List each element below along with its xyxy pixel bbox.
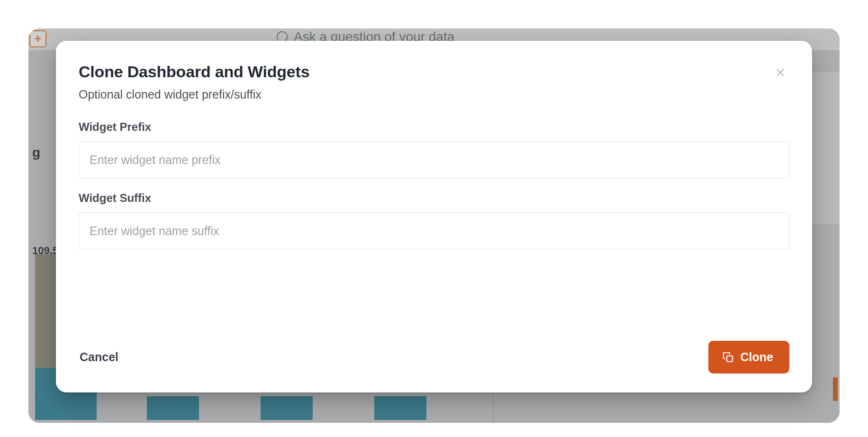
clone-dashboard-modal: Clone Dashboard and Widgets Optional clo… [56,41,812,392]
widget-prefix-label: Widget Prefix [79,120,789,134]
cancel-button[interactable]: Cancel [79,345,119,370]
background-truncated-text-left: g [32,145,40,160]
close-button[interactable] [772,64,788,81]
modal-subtitle: Optional cloned widget prefix/suffix [79,88,789,101]
svg-rect-2 [727,356,732,362]
widget-prefix-input[interactable] [79,141,789,178]
close-icon [775,67,786,78]
clone-button-label: Clone [741,350,773,364]
clone-button[interactable]: Clone [708,341,789,373]
add-button: + [29,30,46,47]
widget-suffix-label: Widget Suffix [79,191,789,205]
modal-title: Clone Dashboard and Widgets [79,63,789,81]
copy-icon [723,352,734,363]
widget-suffix-input[interactable] [79,212,789,249]
